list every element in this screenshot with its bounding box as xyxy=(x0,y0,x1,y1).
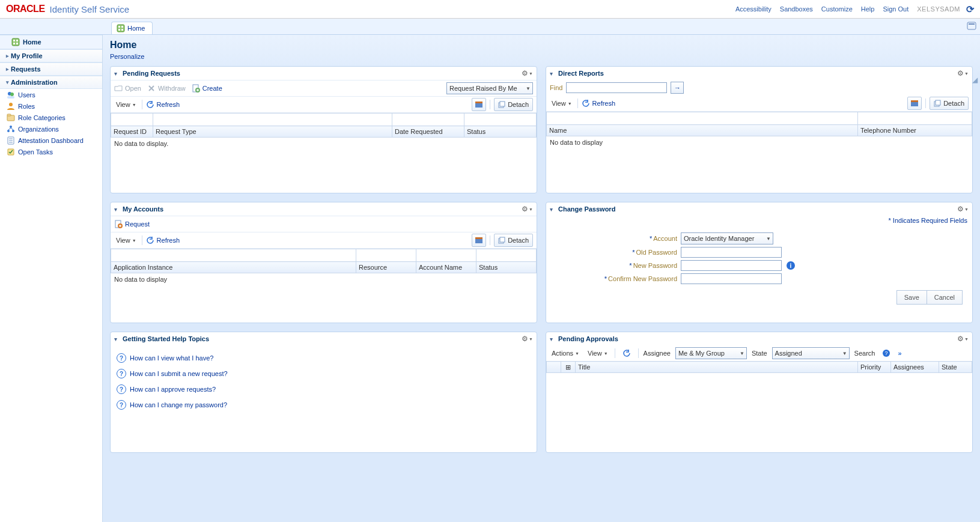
refresh-icon-button[interactable] xyxy=(620,347,633,359)
find-input[interactable] xyxy=(566,82,667,93)
col-resource[interactable]: Resource xyxy=(356,262,416,273)
save-button[interactable]: Save xyxy=(896,290,927,305)
personalize-link[interactable]: Personalize xyxy=(110,53,144,60)
state-select[interactable]: Assigned▼ xyxy=(772,347,850,359)
gear-icon[interactable]: ⚙▼ xyxy=(957,205,969,213)
expand-column[interactable]: ⊞ xyxy=(561,362,576,373)
col-request-id[interactable]: Request ID xyxy=(111,126,153,138)
tabbar-overflow-icon[interactable] xyxy=(967,21,976,31)
sidebar-item-roles[interactable]: Roles xyxy=(0,100,102,112)
users-icon xyxy=(6,90,16,100)
svg-point-15 xyxy=(9,103,13,106)
collapse-icon[interactable]: ▾ xyxy=(550,70,558,77)
col-date-requested[interactable]: Date Requested xyxy=(392,126,464,138)
overflow-right-icon[interactable]: » xyxy=(898,350,901,357)
sidebar-item-role-categories[interactable]: Role Categories xyxy=(0,112,102,123)
help-link-approve[interactable]: ?How can I approve requests? xyxy=(117,381,531,397)
gear-icon[interactable]: ⚙▼ xyxy=(522,205,533,213)
link-signout[interactable]: Sign Out xyxy=(883,5,908,13)
view-menu[interactable]: View▼ xyxy=(586,350,610,357)
select-all-checkbox[interactable] xyxy=(547,362,561,373)
panel-change-password: ▾ Change Password ⚙▼ * Indicates Require… xyxy=(546,202,973,323)
create-button[interactable]: Create xyxy=(192,84,222,93)
refresh-button[interactable]: Refresh xyxy=(146,100,180,109)
view-menu[interactable]: View▼ xyxy=(114,237,138,244)
collapse-icon[interactable]: ▾ xyxy=(114,70,123,77)
sidebar-home-label: Home xyxy=(23,38,41,46)
search-help-icon[interactable]: ? xyxy=(880,347,893,359)
collapse-icon[interactable]: ▾ xyxy=(550,206,558,213)
sidebar-item-attestation[interactable]: Attestation Dashboard xyxy=(0,135,102,146)
global-refresh-icon[interactable]: ⟳ xyxy=(966,4,974,15)
sidebar-orgs-label: Organizations xyxy=(18,126,59,133)
sidebar-section-requests[interactable]: ▸ Requests xyxy=(0,62,102,76)
view-menu[interactable]: View▼ xyxy=(550,100,574,107)
col-status[interactable]: Status xyxy=(464,126,537,138)
new-password-input[interactable] xyxy=(681,260,782,271)
svg-point-19 xyxy=(7,130,10,132)
col-priority[interactable]: Priority xyxy=(858,362,891,373)
gear-icon[interactable]: ⚙▼ xyxy=(957,69,969,77)
cancel-button[interactable]: Cancel xyxy=(927,290,963,305)
detach-button[interactable]: Detach xyxy=(494,234,533,247)
request-scope-select[interactable]: Request Raised By Me▼ xyxy=(446,82,533,94)
table-options-icon[interactable] xyxy=(472,234,486,247)
collapse-icon[interactable]: ▾ xyxy=(114,206,123,213)
link-help[interactable]: Help xyxy=(861,5,875,13)
svg-rect-8 xyxy=(13,40,15,41)
table-options-icon[interactable] xyxy=(907,97,922,110)
view-menu[interactable]: View▼ xyxy=(114,101,138,108)
col-name[interactable]: Name xyxy=(547,125,858,136)
link-customize[interactable]: Customize xyxy=(821,5,853,13)
gear-icon[interactable]: ⚙▼ xyxy=(522,69,533,77)
col-state[interactable]: State xyxy=(939,362,972,373)
gear-icon[interactable]: ⚙▼ xyxy=(522,335,533,343)
help-link-password[interactable]: ?How can I change my password? xyxy=(117,397,531,413)
old-password-input[interactable] xyxy=(681,247,782,258)
info-icon[interactable]: i xyxy=(787,261,795,270)
col-title[interactable]: Title xyxy=(576,362,858,373)
detach-button[interactable]: Detach xyxy=(930,97,969,110)
sidebar-requests-label: Requests xyxy=(11,65,41,73)
direct-reports-title: Direct Reports xyxy=(558,70,957,77)
sidebar-item-open-tasks[interactable]: Open Tasks xyxy=(0,146,102,157)
refresh-button[interactable]: Refresh xyxy=(146,236,180,244)
open-button[interactable]: Open xyxy=(114,84,141,93)
table-options-icon[interactable] xyxy=(472,98,486,111)
link-accessibility[interactable]: Accessibility xyxy=(735,5,772,13)
help-link-view[interactable]: ?How can I view what I have? xyxy=(117,350,531,366)
panel-direct-reports: ▾ Direct Reports ⚙▼ Find → View▼ Refresh xyxy=(546,66,973,193)
help-link-submit[interactable]: ?How can I submit a new request? xyxy=(117,366,531,381)
find-go-button[interactable]: → xyxy=(671,82,684,94)
link-sandboxes[interactable]: Sandboxes xyxy=(780,5,813,13)
col-assignees[interactable]: Assignees xyxy=(891,362,939,373)
sidebar: Home ▸ My Profile ▸ Requests ▾ Administr… xyxy=(0,35,103,522)
confirm-password-input[interactable] xyxy=(681,273,782,284)
sidebar-section-my-profile[interactable]: ▸ My Profile xyxy=(0,49,102,62)
account-select[interactable]: Oracle Identity Manager▼ xyxy=(681,232,773,244)
actions-menu[interactable]: Actions▼ xyxy=(550,350,581,357)
col-account-name[interactable]: Account Name xyxy=(416,262,476,273)
refresh-button[interactable]: Refresh xyxy=(582,99,616,108)
collapse-icon[interactable]: ▾ xyxy=(114,336,123,342)
assignee-label: Assignee xyxy=(644,350,671,357)
collapse-icon[interactable]: ▾ xyxy=(550,336,558,342)
sidebar-section-administration[interactable]: ▾ Administration xyxy=(0,76,102,89)
tab-home[interactable]: Home xyxy=(111,22,153,34)
sidebar-item-users[interactable]: Users xyxy=(0,89,102,100)
assignee-select[interactable]: Me & My Group▼ xyxy=(675,347,747,359)
my-accounts-table: Application Instance Resource Account Na… xyxy=(111,249,537,273)
sidebar-item-organizations[interactable]: Organizations xyxy=(0,123,102,135)
col-status[interactable]: Status xyxy=(476,262,537,273)
detach-button[interactable]: Detach xyxy=(494,98,533,111)
col-app-instance[interactable]: Application Instance xyxy=(111,262,356,273)
col-request-type[interactable]: Request Type xyxy=(153,126,392,138)
sidebar-home[interactable]: Home xyxy=(0,35,102,49)
attestation-icon xyxy=(6,136,16,145)
gear-icon[interactable]: ⚙▼ xyxy=(957,335,969,343)
resize-handle-icon[interactable]: ◢ xyxy=(972,76,978,84)
request-button[interactable]: Request xyxy=(114,220,150,228)
col-telephone[interactable]: Telephone Number xyxy=(858,125,972,136)
withdraw-button[interactable]: Withdraw xyxy=(147,84,186,93)
product-name: Identity Self Service xyxy=(50,4,130,14)
